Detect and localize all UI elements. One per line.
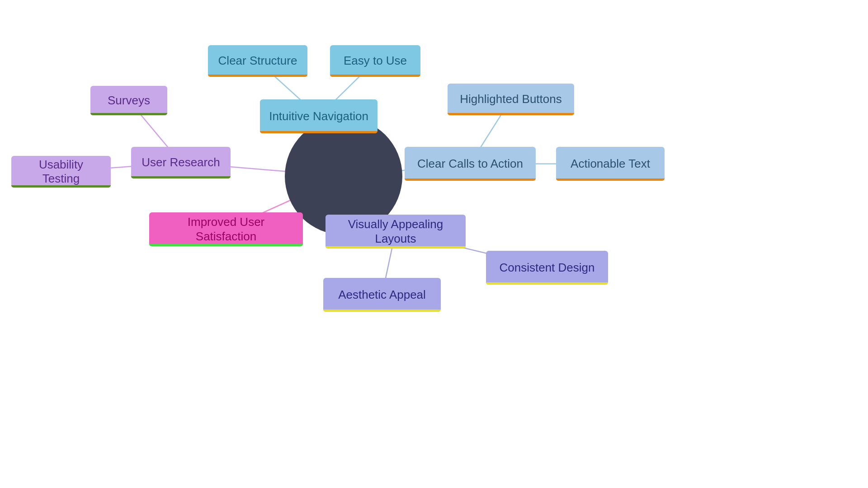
clear-calls-to-action-node[interactable]: Clear Calls to Action <box>405 147 536 181</box>
clear-structure-label: Clear Structure <box>218 54 297 68</box>
mind-map: Clear StructureEasy to UseIntuitive Navi… <box>0 0 868 488</box>
surveys-node[interactable]: Surveys <box>90 86 167 115</box>
visually-appealing-layouts-node[interactable]: Visually Appealing Layouts <box>326 215 466 249</box>
highlighted-buttons-label: Highlighted Buttons <box>460 92 561 106</box>
highlighted-buttons-node[interactable]: Highlighted Buttons <box>448 84 574 115</box>
user-research-label: User Research <box>142 155 220 169</box>
consistent-design-label: Consistent Design <box>500 261 595 275</box>
improved-user-satisfaction-node[interactable]: Improved User Satisfaction <box>149 212 303 246</box>
easy-to-use-label: Easy to Use <box>344 54 407 68</box>
easy-to-use-node[interactable]: Easy to Use <box>330 45 420 77</box>
aesthetic-appeal-node[interactable]: Aesthetic Appeal <box>323 278 441 312</box>
actionable-text-label: Actionable Text <box>571 157 650 171</box>
intuitive-navigation-node[interactable]: Intuitive Navigation <box>260 99 377 133</box>
clear-calls-to-action-label: Clear Calls to Action <box>417 157 523 171</box>
clear-structure-node[interactable]: Clear Structure <box>208 45 307 77</box>
intuitive-navigation-label: Intuitive Navigation <box>269 109 368 123</box>
consistent-design-node[interactable]: Consistent Design <box>486 251 608 285</box>
usability-testing-label: Usability Testing <box>20 158 102 186</box>
usability-testing-node[interactable]: Usability Testing <box>11 156 111 188</box>
improved-user-satisfaction-label: Improved User Satisfaction <box>158 215 294 243</box>
surveys-label: Surveys <box>108 94 150 108</box>
aesthetic-appeal-label: Aesthetic Appeal <box>338 288 426 302</box>
visually-appealing-layouts-label: Visually Appealing Layouts <box>335 217 457 245</box>
user-research-node[interactable]: User Research <box>131 147 231 178</box>
actionable-text-node[interactable]: Actionable Text <box>556 147 665 181</box>
